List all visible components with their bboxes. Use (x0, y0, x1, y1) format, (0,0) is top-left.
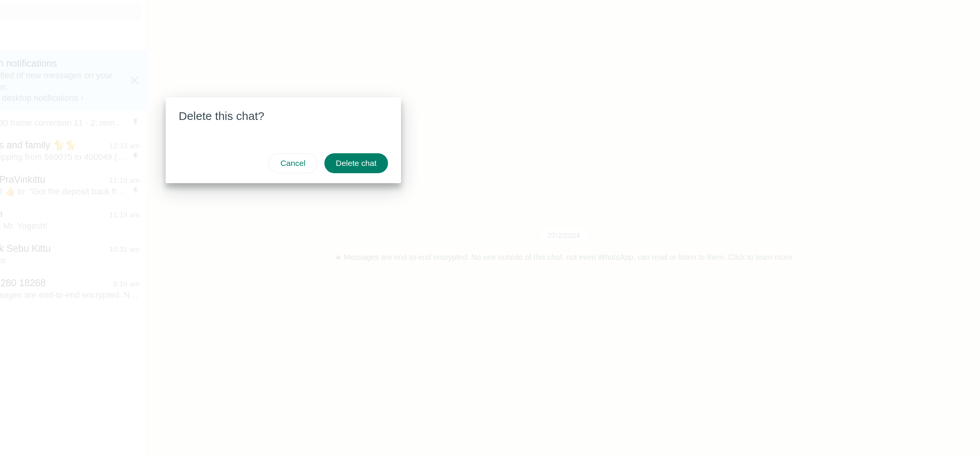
delete-chat-dialog: Delete this chat? Cancel Delete chat (166, 97, 401, 183)
delete-label: Delete chat (336, 159, 377, 167)
dialog-title: Delete this chat? (179, 110, 388, 123)
delete-chat-button[interactable]: Delete chat (324, 153, 388, 173)
cancel-button[interactable]: Cancel (268, 153, 317, 173)
cancel-label: Cancel (280, 159, 305, 167)
dialog-buttons: Cancel Delete chat (179, 153, 388, 173)
modal-overlay[interactable] (0, 0, 980, 456)
